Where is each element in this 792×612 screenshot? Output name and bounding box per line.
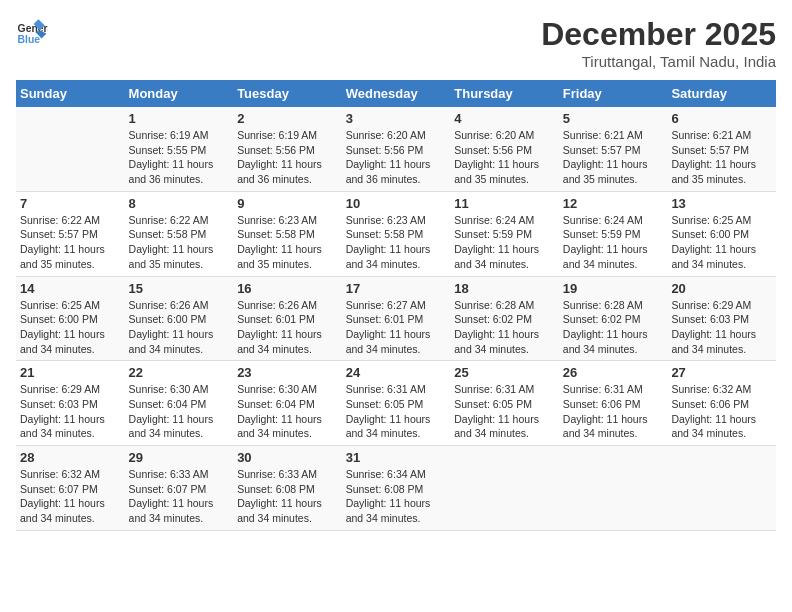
day-info: Sunrise: 6:28 AM Sunset: 6:02 PM Dayligh… bbox=[454, 298, 555, 357]
calendar-cell bbox=[16, 107, 125, 191]
calendar-cell: 25Sunrise: 6:31 AM Sunset: 6:05 PM Dayli… bbox=[450, 361, 559, 446]
calendar-cell: 18Sunrise: 6:28 AM Sunset: 6:02 PM Dayli… bbox=[450, 276, 559, 361]
day-number: 29 bbox=[129, 450, 230, 465]
day-info: Sunrise: 6:31 AM Sunset: 6:05 PM Dayligh… bbox=[346, 382, 447, 441]
title-area: December 2025 Tiruttangal, Tamil Nadu, I… bbox=[541, 16, 776, 70]
logo-icon: General Blue bbox=[16, 16, 48, 48]
day-info: Sunrise: 6:29 AM Sunset: 6:03 PM Dayligh… bbox=[20, 382, 121, 441]
calendar-cell: 7Sunrise: 6:22 AM Sunset: 5:57 PM Daylig… bbox=[16, 191, 125, 276]
calendar-cell: 27Sunrise: 6:32 AM Sunset: 6:06 PM Dayli… bbox=[667, 361, 776, 446]
day-number: 21 bbox=[20, 365, 121, 380]
day-number: 26 bbox=[563, 365, 664, 380]
day-number: 20 bbox=[671, 281, 772, 296]
day-header-tuesday: Tuesday bbox=[233, 80, 342, 107]
day-info: Sunrise: 6:21 AM Sunset: 5:57 PM Dayligh… bbox=[671, 128, 772, 187]
day-header-thursday: Thursday bbox=[450, 80, 559, 107]
day-info: Sunrise: 6:31 AM Sunset: 6:06 PM Dayligh… bbox=[563, 382, 664, 441]
svg-text:Blue: Blue bbox=[18, 34, 41, 45]
day-number: 15 bbox=[129, 281, 230, 296]
day-number: 22 bbox=[129, 365, 230, 380]
day-info: Sunrise: 6:30 AM Sunset: 6:04 PM Dayligh… bbox=[129, 382, 230, 441]
calendar-table: SundayMondayTuesdayWednesdayThursdayFrid… bbox=[16, 80, 776, 531]
day-info: Sunrise: 6:23 AM Sunset: 5:58 PM Dayligh… bbox=[346, 213, 447, 272]
day-info: Sunrise: 6:33 AM Sunset: 6:08 PM Dayligh… bbox=[237, 467, 338, 526]
day-number: 18 bbox=[454, 281, 555, 296]
calendar-cell: 5Sunrise: 6:21 AM Sunset: 5:57 PM Daylig… bbox=[559, 107, 668, 191]
day-number: 16 bbox=[237, 281, 338, 296]
calendar-cell: 16Sunrise: 6:26 AM Sunset: 6:01 PM Dayli… bbox=[233, 276, 342, 361]
day-info: Sunrise: 6:24 AM Sunset: 5:59 PM Dayligh… bbox=[563, 213, 664, 272]
week-row-4: 21Sunrise: 6:29 AM Sunset: 6:03 PM Dayli… bbox=[16, 361, 776, 446]
day-number: 1 bbox=[129, 111, 230, 126]
day-header-friday: Friday bbox=[559, 80, 668, 107]
day-number: 28 bbox=[20, 450, 121, 465]
calendar-cell: 20Sunrise: 6:29 AM Sunset: 6:03 PM Dayli… bbox=[667, 276, 776, 361]
calendar-cell bbox=[559, 446, 668, 531]
calendar-cell: 29Sunrise: 6:33 AM Sunset: 6:07 PM Dayli… bbox=[125, 446, 234, 531]
day-info: Sunrise: 6:27 AM Sunset: 6:01 PM Dayligh… bbox=[346, 298, 447, 357]
day-header-sunday: Sunday bbox=[16, 80, 125, 107]
calendar-cell: 24Sunrise: 6:31 AM Sunset: 6:05 PM Dayli… bbox=[342, 361, 451, 446]
calendar-cell: 14Sunrise: 6:25 AM Sunset: 6:00 PM Dayli… bbox=[16, 276, 125, 361]
day-info: Sunrise: 6:34 AM Sunset: 6:08 PM Dayligh… bbox=[346, 467, 447, 526]
calendar-cell: 17Sunrise: 6:27 AM Sunset: 6:01 PM Dayli… bbox=[342, 276, 451, 361]
day-info: Sunrise: 6:32 AM Sunset: 6:06 PM Dayligh… bbox=[671, 382, 772, 441]
day-number: 25 bbox=[454, 365, 555, 380]
day-number: 17 bbox=[346, 281, 447, 296]
day-number: 6 bbox=[671, 111, 772, 126]
week-row-5: 28Sunrise: 6:32 AM Sunset: 6:07 PM Dayli… bbox=[16, 446, 776, 531]
day-number: 27 bbox=[671, 365, 772, 380]
day-info: Sunrise: 6:28 AM Sunset: 6:02 PM Dayligh… bbox=[563, 298, 664, 357]
day-number: 23 bbox=[237, 365, 338, 380]
calendar-cell: 10Sunrise: 6:23 AM Sunset: 5:58 PM Dayli… bbox=[342, 191, 451, 276]
day-header-wednesday: Wednesday bbox=[342, 80, 451, 107]
day-number: 24 bbox=[346, 365, 447, 380]
day-info: Sunrise: 6:26 AM Sunset: 6:01 PM Dayligh… bbox=[237, 298, 338, 357]
week-row-3: 14Sunrise: 6:25 AM Sunset: 6:00 PM Dayli… bbox=[16, 276, 776, 361]
header-area: General Blue December 2025 Tiruttangal, … bbox=[16, 16, 776, 70]
day-number: 8 bbox=[129, 196, 230, 211]
day-number: 13 bbox=[671, 196, 772, 211]
calendar-cell: 15Sunrise: 6:26 AM Sunset: 6:00 PM Dayli… bbox=[125, 276, 234, 361]
day-info: Sunrise: 6:32 AM Sunset: 6:07 PM Dayligh… bbox=[20, 467, 121, 526]
calendar-cell: 23Sunrise: 6:30 AM Sunset: 6:04 PM Dayli… bbox=[233, 361, 342, 446]
main-title: December 2025 bbox=[541, 16, 776, 53]
day-info: Sunrise: 6:33 AM Sunset: 6:07 PM Dayligh… bbox=[129, 467, 230, 526]
day-header-saturday: Saturday bbox=[667, 80, 776, 107]
day-info: Sunrise: 6:22 AM Sunset: 5:57 PM Dayligh… bbox=[20, 213, 121, 272]
calendar-cell: 9Sunrise: 6:23 AM Sunset: 5:58 PM Daylig… bbox=[233, 191, 342, 276]
week-row-2: 7Sunrise: 6:22 AM Sunset: 5:57 PM Daylig… bbox=[16, 191, 776, 276]
day-info: Sunrise: 6:25 AM Sunset: 6:00 PM Dayligh… bbox=[20, 298, 121, 357]
day-info: Sunrise: 6:19 AM Sunset: 5:55 PM Dayligh… bbox=[129, 128, 230, 187]
day-number: 12 bbox=[563, 196, 664, 211]
calendar-cell: 31Sunrise: 6:34 AM Sunset: 6:08 PM Dayli… bbox=[342, 446, 451, 531]
day-info: Sunrise: 6:20 AM Sunset: 5:56 PM Dayligh… bbox=[346, 128, 447, 187]
calendar-cell: 11Sunrise: 6:24 AM Sunset: 5:59 PM Dayli… bbox=[450, 191, 559, 276]
calendar-cell: 4Sunrise: 6:20 AM Sunset: 5:56 PM Daylig… bbox=[450, 107, 559, 191]
calendar-cell: 1Sunrise: 6:19 AM Sunset: 5:55 PM Daylig… bbox=[125, 107, 234, 191]
calendar-cell: 21Sunrise: 6:29 AM Sunset: 6:03 PM Dayli… bbox=[16, 361, 125, 446]
day-number: 14 bbox=[20, 281, 121, 296]
day-number: 11 bbox=[454, 196, 555, 211]
day-info: Sunrise: 6:23 AM Sunset: 5:58 PM Dayligh… bbox=[237, 213, 338, 272]
day-number: 7 bbox=[20, 196, 121, 211]
calendar-cell: 2Sunrise: 6:19 AM Sunset: 5:56 PM Daylig… bbox=[233, 107, 342, 191]
day-info: Sunrise: 6:22 AM Sunset: 5:58 PM Dayligh… bbox=[129, 213, 230, 272]
day-info: Sunrise: 6:24 AM Sunset: 5:59 PM Dayligh… bbox=[454, 213, 555, 272]
calendar-cell: 12Sunrise: 6:24 AM Sunset: 5:59 PM Dayli… bbox=[559, 191, 668, 276]
logo: General Blue bbox=[16, 16, 48, 48]
day-number: 9 bbox=[237, 196, 338, 211]
calendar-cell bbox=[450, 446, 559, 531]
week-row-1: 1Sunrise: 6:19 AM Sunset: 5:55 PM Daylig… bbox=[16, 107, 776, 191]
calendar-cell: 19Sunrise: 6:28 AM Sunset: 6:02 PM Dayli… bbox=[559, 276, 668, 361]
day-number: 2 bbox=[237, 111, 338, 126]
day-number: 3 bbox=[346, 111, 447, 126]
calendar-cell: 28Sunrise: 6:32 AM Sunset: 6:07 PM Dayli… bbox=[16, 446, 125, 531]
day-info: Sunrise: 6:29 AM Sunset: 6:03 PM Dayligh… bbox=[671, 298, 772, 357]
day-number: 19 bbox=[563, 281, 664, 296]
day-info: Sunrise: 6:31 AM Sunset: 6:05 PM Dayligh… bbox=[454, 382, 555, 441]
day-info: Sunrise: 6:26 AM Sunset: 6:00 PM Dayligh… bbox=[129, 298, 230, 357]
calendar-cell: 13Sunrise: 6:25 AM Sunset: 6:00 PM Dayli… bbox=[667, 191, 776, 276]
calendar-cell: 6Sunrise: 6:21 AM Sunset: 5:57 PM Daylig… bbox=[667, 107, 776, 191]
day-number: 5 bbox=[563, 111, 664, 126]
